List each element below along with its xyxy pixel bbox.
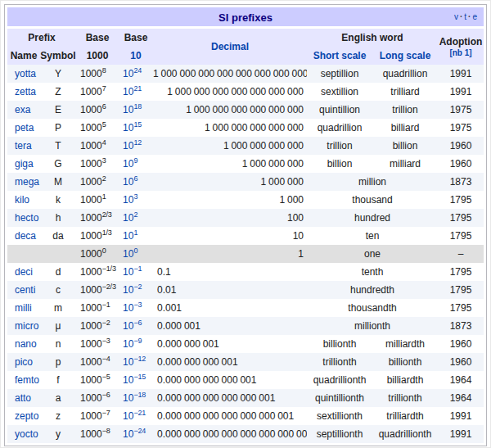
base-10-link[interactable]: 10−24 <box>123 428 146 440</box>
prefix-name-link[interactable]: deca <box>15 230 36 242</box>
long-scale-value: trilliardth <box>372 407 438 425</box>
english-word-value: tenth <box>307 263 438 281</box>
vte-edit-link[interactable]: e <box>472 12 477 21</box>
short-scale-value: septillionth <box>307 425 372 443</box>
adoption-year: 1975 <box>438 119 484 137</box>
decimal-value: 0.000 000 000 000 000 000 001 <box>153 407 307 425</box>
base-10-cell: 10−12 <box>119 353 153 371</box>
prefix-name-link[interactable]: yocto <box>15 428 38 440</box>
navbox-title[interactable]: SI prefixes <box>218 11 273 24</box>
prefix-row: decada10001/310110ten1795 <box>7 227 484 245</box>
prefix-row: femtof1000−510−150.000 000 000 000 001qu… <box>7 371 484 389</box>
base-10-cell: 10−2 <box>119 281 153 299</box>
prefix-name-link[interactable]: femto <box>15 374 39 386</box>
base-10-link[interactable]: 1015 <box>123 122 142 133</box>
prefix-name-link[interactable]: milli <box>15 302 32 314</box>
base-10-link[interactable]: 101 <box>123 230 137 242</box>
long-scale-value: quadrillion <box>372 65 438 83</box>
adoption-year: 1964 <box>438 389 484 407</box>
prefix-name-link[interactable]: hecto <box>15 212 38 224</box>
prefix-name-cell: zepto <box>7 407 40 425</box>
header-base-10-link[interactable]: 10 <box>119 47 153 65</box>
prefix-name-link[interactable]: zetta <box>15 86 36 97</box>
base-10-cell: 10−18 <box>119 389 153 407</box>
base-10-link[interactable]: 1018 <box>123 104 142 115</box>
decimal-value: 0.000 000 000 000 001 <box>153 371 307 389</box>
prefix-name-link[interactable]: tera <box>15 140 32 152</box>
base-10-link[interactable]: 1012 <box>123 140 142 152</box>
base-1000-value: 10002/3 <box>76 209 119 227</box>
vte-talk-link[interactable]: t <box>464 12 466 21</box>
prefix-name-link[interactable]: yotta <box>15 68 36 79</box>
base-1000-value: 1000−3 <box>76 335 119 353</box>
base-10-link[interactable]: 109 <box>123 158 137 170</box>
prefix-name-cell: giga <box>7 155 40 173</box>
header-short-scale-link[interactable]: Short scale <box>307 47 372 65</box>
prefix-name-cell: hecto <box>7 209 40 227</box>
base-10-cell: 10−3 <box>119 299 153 317</box>
prefix-name-link[interactable]: deci <box>15 266 33 278</box>
prefix-name-link[interactable]: kilo <box>15 194 29 206</box>
base-1000-value: 10003 <box>76 155 119 173</box>
prefix-name-cell: yocto <box>7 425 40 443</box>
prefix-row: megaM100021061 000 000million1873 <box>7 173 484 191</box>
adoption-year: 1795 <box>438 263 484 281</box>
english-word-value: hundred <box>307 209 438 227</box>
adoption-note-link[interactable]: [nb 1] <box>438 48 484 58</box>
base-1000-value: 1000−1/3 <box>76 263 119 281</box>
header-base-10-top: Base <box>119 29 153 47</box>
base-10-link[interactable]: 10−21 <box>123 410 146 422</box>
base-10-link[interactable]: 1021 <box>123 86 142 97</box>
prefix-name-link[interactable]: exa <box>15 104 30 115</box>
base-10-cell: 1015 <box>119 119 153 137</box>
base-10-cell: 10−1 <box>119 263 153 281</box>
prefix-name-link[interactable]: peta <box>15 122 34 133</box>
prefix-name-link[interactable]: giga <box>15 158 34 170</box>
base-10-link[interactable]: 10−3 <box>123 302 142 314</box>
prefix-name-link[interactable]: micro <box>15 320 38 332</box>
base-10-link[interactable]: 1024 <box>123 68 142 79</box>
prefix-symbol: p <box>40 353 76 371</box>
decimal-value: 0.000 001 <box>153 317 307 335</box>
prefix-name-cell: milli <box>7 299 40 317</box>
prefix-name-link[interactable]: nano <box>15 338 37 350</box>
prefix-symbol: d <box>40 263 76 281</box>
base-10-link[interactable]: 10−1 <box>123 266 142 278</box>
prefix-symbol: a <box>40 389 76 407</box>
base-10-link[interactable]: 10−9 <box>123 338 142 350</box>
header-adoption: Adoption [nb 1] <box>438 29 484 65</box>
base-10-link[interactable]: 10−6 <box>123 320 142 332</box>
decimal-value: 100 <box>153 209 307 227</box>
vte-view-link[interactable]: v <box>454 12 458 21</box>
prefix-row: gigaG100031091 000 000 000billionmilliar… <box>7 155 484 173</box>
base-10-link[interactable]: 10−2 <box>123 284 142 296</box>
prefix-name-link[interactable]: zepto <box>15 410 38 422</box>
prefix-name-link[interactable]: mega <box>15 176 39 188</box>
prefix-row: centic1000−2/310−20.01hundredth1795 <box>7 281 484 299</box>
header-name: Name <box>7 47 40 65</box>
prefix-row: zettaZ1000710211 000 000 000 000 000 000… <box>7 83 484 101</box>
base-10-link[interactable]: 10−12 <box>123 356 146 368</box>
prefix-name-cell: nano <box>7 335 40 353</box>
base-10-link[interactable]: 102 <box>123 212 137 224</box>
prefix-name-link[interactable]: pico <box>15 356 33 368</box>
short-scale-value: trillion <box>307 137 372 155</box>
prefix-row: attoa1000−610−180.000 000 000 000 000 00… <box>7 389 484 407</box>
prefix-name-cell: deca <box>7 227 40 245</box>
prefix-name-cell <box>7 245 40 263</box>
base-10-link[interactable]: 10−15 <box>123 374 146 386</box>
decimal-value: 1 <box>153 245 307 263</box>
base-10-cell: 10−15 <box>119 371 153 389</box>
base-1000-value: 1000−2 <box>76 317 119 335</box>
base-1000-value: 1000−5 <box>76 371 119 389</box>
prefix-symbol: k <box>40 191 76 209</box>
base-10-link[interactable]: 106 <box>123 176 137 188</box>
header-long-scale-link[interactable]: Long scale <box>372 47 438 65</box>
base-10-link[interactable]: 100 <box>123 248 137 260</box>
prefix-name-link[interactable]: centi <box>15 284 35 296</box>
base-10-link[interactable]: 103 <box>123 194 137 206</box>
prefix-symbol: Z <box>40 83 76 101</box>
base-10-link[interactable]: 10−18 <box>123 392 146 404</box>
header-decimal-link[interactable]: Decimal <box>153 29 307 65</box>
prefix-name-link[interactable]: atto <box>15 392 31 404</box>
